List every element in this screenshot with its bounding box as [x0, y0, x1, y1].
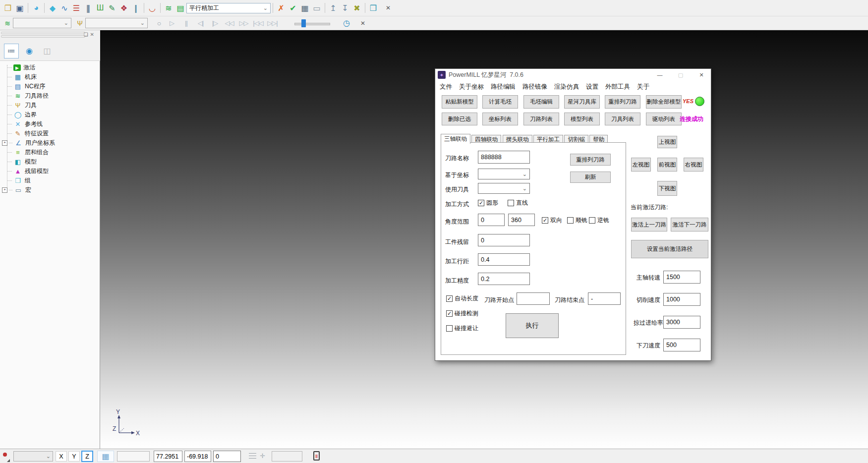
expand-toggle[interactable]: +: [2, 187, 7, 193]
go-start-button[interactable]: |◁◁: [251, 17, 265, 29]
toolpath-list-button[interactable]: 刀路列表: [523, 113, 559, 125]
tree-item-machine[interactable]: ▦ 机床: [0, 72, 100, 82]
angle-from-field[interactable]: 0: [478, 214, 505, 226]
tree-item-groups[interactable]: ❒ 组: [0, 176, 100, 185]
tool-list-button[interactable]: 刀具列表: [605, 113, 640, 125]
base-coord-dropdown[interactable]: ⌄: [478, 169, 530, 179]
start-point-field[interactable]: [517, 292, 550, 305]
play-button[interactable]: ▷: [165, 17, 179, 29]
auto-length-checkbox[interactable]: 自动长度: [446, 294, 478, 303]
view-front-button[interactable]: 前视图: [657, 158, 677, 172]
explorer-tree-tab[interactable]: ≔: [4, 44, 19, 58]
menu-settings[interactable]: 设置: [582, 83, 602, 91]
step-forward-button[interactable]: |▷: [208, 17, 222, 29]
paste-model-button[interactable]: 粘贴新模型: [442, 95, 477, 109]
drive-list-button[interactable]: 驱动列表: [646, 113, 682, 125]
slider-handle[interactable]: [301, 19, 306, 27]
axis-y-button[interactable]: Y: [68, 451, 80, 462]
tree-item-stock-models[interactable]: ▲ 残留模型: [0, 167, 100, 176]
collision-avoid-checkbox[interactable]: 碰撞避让: [446, 324, 478, 333]
coord-list-button[interactable]: 坐标列表: [482, 113, 518, 125]
clock-icon[interactable]: ◷: [341, 17, 352, 29]
delete-all-models-button[interactable]: 删除全部模型: [646, 95, 682, 109]
delete-tool-icon[interactable]: ✗: [275, 2, 287, 14]
tool-copy-icon[interactable]: ❒: [367, 2, 379, 14]
toolpath-edit-icon[interactable]: ✎: [106, 2, 118, 14]
stock-remain-field[interactable]: 0: [478, 234, 530, 246]
tab-3axis[interactable]: 三轴联动: [441, 134, 470, 144]
menu-coords[interactable]: 关于坐标: [456, 83, 487, 91]
lead-arc-tool-icon[interactable]: ◡: [146, 2, 158, 14]
menu-path-mirror[interactable]: 路径镜像: [519, 83, 551, 91]
tree-item-tools[interactable]: Ψ 刀具: [0, 101, 100, 110]
minimize-button[interactable]: —: [655, 70, 665, 80]
tool-library-button[interactable]: 星河刀具库: [564, 95, 600, 109]
block-model-icon[interactable]: ◆: [47, 2, 58, 14]
menu-about[interactable]: 关于: [634, 83, 653, 91]
tree-item-models[interactable]: ◧ 模型: [0, 157, 100, 167]
tree-item-workplanes[interactable]: + ∠ 用户坐标系: [0, 138, 100, 148]
view-right-button[interactable]: 右视图: [684, 158, 703, 172]
tool-raise-icon[interactable]: ↥: [327, 2, 339, 14]
grip-bar[interactable]: [1, 35, 85, 38]
axis-z-button[interactable]: Z: [81, 451, 93, 462]
rapid-feed-field[interactable]: 3000: [663, 316, 700, 329]
execute-button[interactable]: 执行: [506, 313, 559, 338]
strategy-list-icon[interactable]: ▤: [174, 2, 186, 14]
tool-holder-icon[interactable]: ❙: [130, 2, 142, 14]
refresh-button[interactable]: 刷新: [570, 172, 611, 183]
tool-dropdown[interactable]: ⌄: [85, 18, 148, 28]
open-file-icon[interactable]: ❐: [2, 2, 14, 14]
bidirectional-checkbox[interactable]: 双向: [542, 216, 562, 225]
view-left-button[interactable]: 左视图: [631, 158, 651, 172]
ballnose-tool-icon[interactable]: ❚: [82, 2, 94, 14]
tree-item-feature-sets[interactable]: ✎ 特征设置: [0, 129, 100, 138]
stepover-field[interactable]: 0.4: [478, 253, 530, 266]
tree-item-boundaries[interactable]: ◯ 边界: [0, 110, 100, 119]
leads-links-icon[interactable]: ☰: [70, 2, 82, 14]
stock-edit-button[interactable]: 毛坯编辑: [523, 95, 559, 109]
calculator-icon[interactable]: ▦: [299, 2, 311, 14]
tool-lower-icon[interactable]: ↧: [339, 2, 351, 14]
pause-device-icon[interactable]: ||: [313, 451, 320, 461]
lamp-icon[interactable]: ○: [154, 17, 165, 29]
grid-toggle-button[interactable]: ▦: [97, 451, 114, 462]
tree-item-activate[interactable]: ▶ 激活: [0, 63, 100, 72]
line-checkbox[interactable]: 直线: [508, 199, 528, 207]
accept-tool-icon[interactable]: ✔: [287, 2, 299, 14]
toolpath-connect-icon[interactable]: ∿: [58, 2, 70, 14]
close-button[interactable]: ✕: [696, 70, 706, 80]
model-list-button[interactable]: 模型列表: [564, 113, 600, 125]
spindle-speed-field[interactable]: 1500: [663, 271, 700, 284]
menu-path-edit[interactable]: 路径编辑: [487, 83, 519, 91]
use-tool-dropdown[interactable]: ⌄: [478, 183, 530, 194]
view-top-button[interactable]: 上视图: [657, 136, 677, 148]
tree-item-levels[interactable]: ≡ 层和组合: [0, 148, 100, 157]
browser-tab[interactable]: ◉: [22, 44, 37, 58]
recycle-tab[interactable]: ◫: [40, 44, 55, 58]
step-back-button[interactable]: ◁|: [193, 17, 208, 29]
ruler-icon[interactable]: ▭: [311, 2, 323, 14]
conventional-mill-checkbox[interactable]: 逆铣: [589, 216, 609, 225]
view-bottom-button[interactable]: 下视图: [657, 181, 677, 196]
menu-file[interactable]: 文件: [436, 83, 456, 91]
angle-to-field[interactable]: 360: [508, 214, 535, 226]
cutting-speed-field[interactable]: 1000: [663, 293, 700, 306]
grip-bar[interactable]: [1, 32, 85, 34]
grid-size-field[interactable]: [117, 451, 150, 462]
menu-render-sim[interactable]: 渲染仿真: [551, 83, 582, 91]
activate-prev-toolpath-button[interactable]: 激活上一刀路: [631, 218, 667, 232]
set-active-path-button[interactable]: 设置当前激活路径: [631, 240, 708, 258]
simulation-toolbar-close-button[interactable]: ✕: [358, 20, 368, 27]
statusbar-dropdown[interactable]: ⌄: [13, 451, 53, 462]
simulation-speed-slider[interactable]: [294, 19, 330, 28]
end-point-field[interactable]: -: [588, 292, 621, 305]
toolbar-close-button[interactable]: ✕: [383, 4, 393, 11]
axes-swap-icon[interactable]: ✖: [351, 2, 363, 14]
move-cursor-icon[interactable]: ✛: [260, 452, 265, 460]
float-panel-icon[interactable]: ❏: [84, 32, 90, 37]
tree-item-macros[interactable]: + ▭ 宏: [0, 185, 100, 195]
dialog-titlebar[interactable]: ✦ PowerMILL 忆梦星河 7.0.6 — ▢ ✕: [435, 69, 711, 81]
pause-button[interactable]: ||: [179, 17, 193, 29]
axis-x-button[interactable]: X: [56, 451, 67, 462]
